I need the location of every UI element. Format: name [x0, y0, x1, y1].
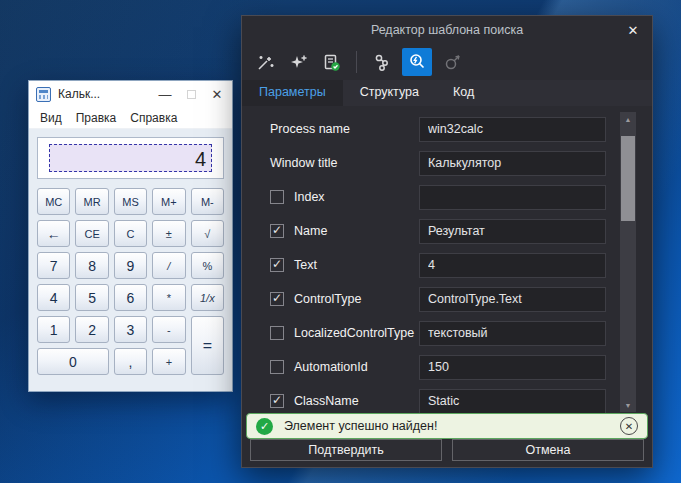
param-row-automationid: AutomationId [242, 350, 652, 384]
name-input[interactable] [419, 219, 606, 244]
menu-view[interactable]: Вид [33, 109, 69, 127]
sparkles-icon[interactable] [285, 49, 311, 75]
dialog-toolbar [252, 47, 465, 77]
tab-structure[interactable]: Структура [343, 80, 436, 106]
search-template-editor-dialog: Редактор шаблона поиска ✕ [241, 15, 653, 468]
close-button[interactable]: ✕ [204, 83, 230, 105]
text-input[interactable] [419, 253, 606, 278]
param-label: Index [294, 190, 419, 204]
calculator-body: 4 MC MR MS M+ M- ← CE C ± √ 7 8 9 / % 4 … [29, 129, 232, 383]
tab-parameters[interactable]: Параметры [242, 80, 343, 106]
controltype-input[interactable] [419, 287, 606, 312]
key-multiply[interactable]: * [152, 284, 185, 311]
magic-wand-icon[interactable] [252, 49, 278, 75]
automationid-checkbox[interactable] [270, 360, 284, 374]
key-3[interactable]: 3 [114, 316, 147, 343]
key-4[interactable]: 4 [37, 284, 70, 311]
element-chain-icon[interactable] [369, 49, 395, 75]
calculator-menubar: Вид Правка Справка [29, 107, 232, 129]
success-icon: ✓ [256, 418, 273, 435]
key-mminus[interactable]: M- [191, 188, 224, 215]
localizedcontroltype-input[interactable] [419, 321, 606, 346]
calculator-window-title: Кальк... [58, 87, 152, 101]
text-checkbox[interactable] [270, 258, 284, 272]
key-2[interactable]: 2 [75, 316, 108, 343]
notification-close-icon[interactable]: ✕ [620, 417, 638, 435]
param-row-localizedcontroltype: LocalizedControlType [242, 316, 652, 350]
calculator-titlebar[interactable]: Кальк... — ✕ [29, 81, 232, 107]
cancel-button[interactable]: Отмена [452, 439, 644, 461]
dialog-footer: Подтвердить Отмена [250, 439, 644, 461]
localizedcontroltype-checkbox[interactable] [270, 326, 284, 340]
key-6[interactable]: 6 [114, 284, 147, 311]
success-notification: ✓ Элемент успешно найден! ✕ [246, 413, 648, 439]
param-label: Window title [270, 156, 419, 170]
key-mplus[interactable]: M+ [152, 188, 185, 215]
param-row-name: Name [242, 214, 652, 248]
scroll-up-icon[interactable]: ▲ [620, 112, 636, 126]
key-9[interactable]: 9 [114, 252, 147, 279]
param-row-classname: ClassName [242, 384, 652, 413]
index-checkbox[interactable] [270, 190, 284, 204]
key-c[interactable]: C [114, 220, 147, 247]
key-negate[interactable]: ± [152, 220, 185, 247]
dialog-titlebar[interactable]: Редактор шаблона поиска ✕ [242, 16, 652, 44]
index-input[interactable] [419, 185, 606, 210]
menu-edit[interactable]: Правка [69, 109, 124, 127]
key-mc[interactable]: MC [37, 188, 70, 215]
key-ms[interactable]: MS [114, 188, 147, 215]
key-percent[interactable]: % [191, 252, 224, 279]
dialog-close-button[interactable]: ✕ [622, 20, 644, 40]
indicate-target-icon[interactable] [439, 49, 465, 75]
calculator-icon [36, 87, 51, 102]
scroll-down-icon[interactable]: ▼ [620, 398, 636, 412]
confirm-button[interactable]: Подтвердить [250, 439, 442, 461]
name-checkbox[interactable] [270, 224, 284, 238]
tab-code[interactable]: Код [436, 80, 491, 106]
key-equals[interactable]: = [191, 316, 224, 375]
param-row-process-name: Process name [242, 112, 652, 146]
param-label: Name [294, 224, 419, 238]
param-label: ControlType [294, 292, 419, 306]
form-scrollbar[interactable]: ▲ ▼ [620, 112, 636, 412]
param-label: ClassName [294, 394, 419, 408]
automationid-input[interactable] [419, 355, 606, 380]
param-row-text: Text [242, 248, 652, 282]
dialog-tabs: Параметры Структура Код [242, 80, 652, 106]
key-sqrt[interactable]: √ [191, 220, 224, 247]
param-row-index: Index [242, 180, 652, 214]
key-mr[interactable]: MR [75, 188, 108, 215]
param-label: AutomationId [294, 360, 419, 374]
scrollbar-thumb[interactable] [621, 136, 635, 221]
key-plus[interactable]: + [152, 348, 185, 375]
classname-checkbox[interactable] [270, 394, 284, 408]
key-0[interactable]: 0 [37, 348, 109, 375]
dialog-title: Редактор шаблона поиска [242, 23, 652, 37]
key-1[interactable]: 1 [37, 316, 70, 343]
key-5[interactable]: 5 [75, 284, 108, 311]
process-name-input[interactable] [419, 117, 606, 142]
key-8[interactable]: 8 [75, 252, 108, 279]
param-label: Process name [270, 122, 419, 136]
menu-help[interactable]: Справка [123, 109, 184, 127]
param-label: LocalizedControlType [294, 326, 419, 340]
key-reciprocal[interactable]: 1/x [191, 284, 224, 311]
key-backspace[interactable]: ← [37, 220, 70, 247]
maximize-icon [187, 90, 196, 99]
key-decimal[interactable]: , [114, 348, 147, 375]
search-element-icon[interactable] [402, 48, 432, 76]
window-title-input[interactable] [419, 151, 606, 176]
controltype-checkbox[interactable] [270, 292, 284, 306]
key-divide[interactable]: / [152, 252, 185, 279]
toolbar-separator [356, 51, 357, 73]
key-ce[interactable]: CE [75, 220, 108, 247]
key-minus[interactable]: - [152, 316, 185, 343]
selected-element-highlight: 4 [49, 144, 212, 172]
param-row-window-title: Window title [242, 146, 652, 180]
validate-template-icon[interactable] [318, 49, 344, 75]
key-7[interactable]: 7 [37, 252, 70, 279]
maximize-button[interactable] [178, 83, 204, 105]
parameters-form: Process name Window title Index Name Tex… [242, 106, 652, 413]
classname-input[interactable] [419, 389, 606, 414]
minimize-button[interactable]: — [152, 83, 178, 105]
